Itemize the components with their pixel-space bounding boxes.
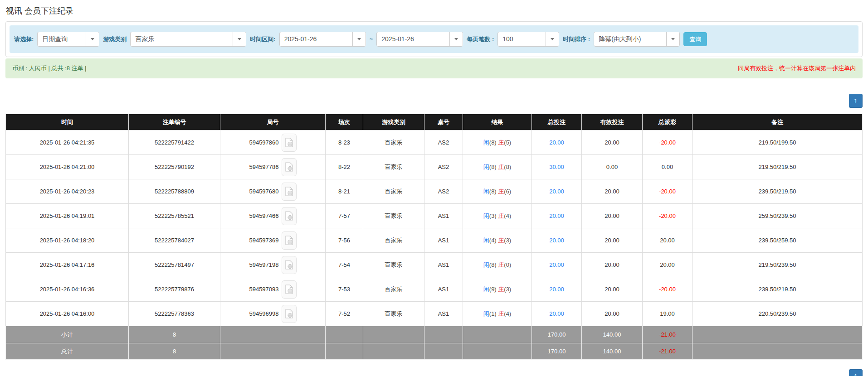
player-result-label: 闲 xyxy=(483,286,489,293)
video-replay-button[interactable] xyxy=(282,280,297,299)
player-result-label: 闲 xyxy=(483,139,489,146)
query-mode-label: 请选择: xyxy=(14,35,34,43)
round-id-value: 594597786 xyxy=(249,164,278,170)
cell-valid-bet: 20.00 xyxy=(582,228,643,253)
filter-panel: 请选择: 日期查询 游戏类别 百家乐 时间区间: 2025-01-26 ~ 20… xyxy=(5,21,863,57)
total-payout: -21.00 xyxy=(643,343,692,360)
game-type-value: 百家乐 xyxy=(131,32,233,46)
cell-valid-bet: 0.00 xyxy=(582,155,643,179)
subtotal-count: 8 xyxy=(129,326,220,343)
player-result-score: (8) xyxy=(489,261,497,268)
cell-remark: 219.50/239.50 xyxy=(692,253,863,277)
banker-result-score: (6) xyxy=(504,188,511,195)
cell-valid-bet: 20.00 xyxy=(582,302,643,326)
banker-result-score: (4) xyxy=(504,310,511,317)
page-1-button[interactable]: 1 xyxy=(849,369,863,376)
total-label: 总计 xyxy=(6,343,129,360)
chevron-down-icon[interactable] xyxy=(352,32,366,46)
cell-session: 7-56 xyxy=(326,228,363,253)
cell-result: 闲(3) 庄(4) xyxy=(463,204,532,228)
header-game-type: 游戏类别 xyxy=(363,114,424,130)
cell-total-bet-link[interactable]: 20.00 xyxy=(532,253,582,277)
header-bet-id: 注单编号 xyxy=(129,114,220,130)
cell-valid-bet: 20.00 xyxy=(582,179,643,204)
cell-payout: -20.00 xyxy=(643,179,692,204)
round-id-value: 594597198 xyxy=(249,261,278,268)
video-replay-button[interactable] xyxy=(282,256,297,274)
header-valid-bet: 有效投注 xyxy=(582,114,643,130)
cell-session: 7-52 xyxy=(326,302,363,326)
player-result-score: (4) xyxy=(489,237,497,244)
sort-order-select[interactable]: 降冪(由大到小) xyxy=(594,32,680,47)
video-file-icon xyxy=(285,284,293,294)
chevron-down-icon[interactable] xyxy=(546,32,559,46)
cell-payout: -20.00 xyxy=(643,130,692,155)
cell-time: 2025-01-26 04:20:23 xyxy=(6,179,129,204)
cell-bet-id: 522225791422 xyxy=(129,130,220,155)
cell-table-no: AS1 xyxy=(424,204,463,228)
cell-session: 8-22 xyxy=(326,155,363,179)
cell-total-bet-link[interactable]: 20.00 xyxy=(532,277,582,302)
date-range-tilde: ~ xyxy=(370,36,373,43)
video-replay-button[interactable] xyxy=(282,158,297,176)
total-valid-bet: 140.00 xyxy=(582,343,643,360)
cell-total-bet-link[interactable]: 20.00 xyxy=(532,130,582,155)
date-from-select[interactable]: 2025-01-26 xyxy=(279,32,366,47)
cell-result: 闲(4) 庄(3) xyxy=(463,228,532,253)
cell-bet-id: 522225790192 xyxy=(129,155,220,179)
cell-round-id: 594597786 xyxy=(220,155,326,179)
chevron-down-icon[interactable] xyxy=(233,32,246,46)
query-mode-select[interactable]: 日期查询 xyxy=(37,32,99,47)
cell-payout: 0.00 xyxy=(643,155,692,179)
round-id-value: 594597860 xyxy=(249,139,278,146)
round-id-value: 594597680 xyxy=(249,188,278,195)
table-row: 2025-01-26 04:17:16 522225781497 5945971… xyxy=(6,253,863,277)
player-result-score: (3) xyxy=(489,212,497,219)
cell-game-type: 百家乐 xyxy=(363,155,424,179)
round-id-value: 594596998 xyxy=(249,310,278,317)
cell-total-bet-link[interactable]: 20.00 xyxy=(532,179,582,204)
video-replay-button[interactable] xyxy=(282,183,297,201)
cell-remark: 239.50/219.50 xyxy=(692,179,863,204)
search-button[interactable]: 查询 xyxy=(683,32,707,46)
cell-total-bet-link[interactable]: 20.00 xyxy=(532,204,582,228)
cell-valid-bet: 20.00 xyxy=(582,130,643,155)
cell-payout: 20.00 xyxy=(643,253,692,277)
cell-time: 2025-01-26 04:21:35 xyxy=(6,130,129,155)
cell-payout: -20.00 xyxy=(643,277,692,302)
cell-table-no: AS1 xyxy=(424,277,463,302)
header-remark: 备注 xyxy=(692,114,863,130)
chevron-down-icon[interactable] xyxy=(86,32,99,46)
video-replay-button[interactable] xyxy=(282,134,297,152)
cell-round-id: 594597093 xyxy=(220,277,326,302)
page-1-button[interactable]: 1 xyxy=(849,94,863,108)
game-type-select[interactable]: 百家乐 xyxy=(130,32,246,47)
cell-remark: 219.50/219.50 xyxy=(692,155,863,179)
video-replay-button[interactable] xyxy=(282,231,297,250)
banker-result-label: 庄 xyxy=(498,188,504,195)
cell-session: 8-21 xyxy=(326,179,363,204)
cell-total-bet-link[interactable]: 30.00 xyxy=(532,155,582,179)
cell-total-bet-link[interactable]: 20.00 xyxy=(532,228,582,253)
cell-bet-id: 522225785521 xyxy=(129,204,220,228)
cell-total-bet-link[interactable]: 20.00 xyxy=(532,302,582,326)
chevron-down-icon[interactable] xyxy=(666,32,679,46)
cell-round-id: 594596998 xyxy=(220,302,326,326)
cell-payout: 19.00 xyxy=(643,302,692,326)
chevron-down-icon[interactable] xyxy=(449,32,463,46)
table-row: 2025-01-26 04:21:00 522225790192 5945977… xyxy=(6,155,863,179)
table-row: 2025-01-26 04:20:23 522225788809 5945976… xyxy=(6,179,863,204)
banker-result-label: 庄 xyxy=(498,139,504,146)
subtotal-label: 小计 xyxy=(6,326,129,343)
query-mode-value: 日期查询 xyxy=(38,32,86,46)
video-replay-button[interactable] xyxy=(282,305,297,323)
cell-round-id: 594597860 xyxy=(220,130,326,155)
player-result-label: 闲 xyxy=(483,237,489,244)
video-replay-button[interactable] xyxy=(282,207,297,225)
pagination-bottom: 1 xyxy=(849,369,863,376)
video-file-icon xyxy=(285,260,293,270)
video-file-icon xyxy=(285,162,293,172)
page-size-select[interactable]: 100 xyxy=(497,32,559,47)
date-to-select[interactable]: 2025-01-26 xyxy=(376,32,463,47)
cell-game-type: 百家乐 xyxy=(363,204,424,228)
